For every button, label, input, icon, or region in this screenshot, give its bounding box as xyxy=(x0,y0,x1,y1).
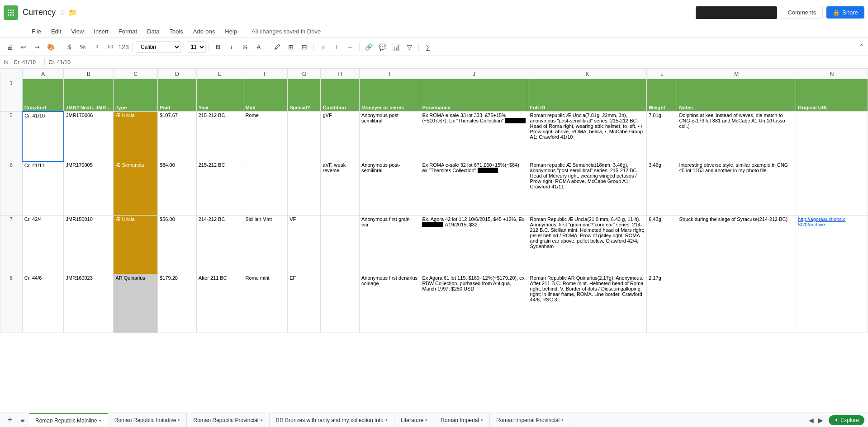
increase-decimal-button[interactable]: .00 xyxy=(104,41,116,53)
cell-f5[interactable]: Rome xyxy=(243,112,288,161)
col-header-D[interactable]: D xyxy=(158,69,197,79)
strikethrough-button[interactable]: S xyxy=(239,41,251,53)
sheet-tab-roman-republic-mainline[interactable]: Roman Republic Mainline ▾ xyxy=(29,413,108,427)
col-header-H[interactable]: H xyxy=(321,69,360,79)
header-cell-paid[interactable]: Paid xyxy=(158,79,197,112)
cell-b6[interactable]: JMR170005 xyxy=(64,161,114,216)
col-header-N[interactable]: N xyxy=(796,69,868,79)
cell-m6[interactable]: Interesting obverse style, similar examp… xyxy=(677,161,796,216)
cell-g8[interactable]: EF xyxy=(288,274,321,333)
chart-button[interactable]: 📊 xyxy=(389,41,402,53)
cell-e8[interactable]: After 211 BC xyxy=(196,274,243,333)
google-apps-icon[interactable] xyxy=(4,5,18,20)
menu-file[interactable]: File xyxy=(27,26,46,37)
col-header-G[interactable]: G xyxy=(288,69,321,79)
cell-h8[interactable] xyxy=(321,274,360,333)
col-header-K[interactable]: K xyxy=(528,69,647,79)
cell-n8[interactable] xyxy=(796,274,868,333)
cell-j8[interactable]: Ex Agora 61 lot 119, $160+12%(~$179.20),… xyxy=(420,274,528,333)
cell-d8[interactable]: $179.20 xyxy=(158,274,197,333)
cell-d5[interactable]: $107.67 xyxy=(158,112,197,161)
nav-right-arrow[interactable]: ▶ xyxy=(816,415,825,426)
menu-format[interactable]: Format xyxy=(114,26,142,37)
link-button[interactable]: 🔗 xyxy=(362,41,375,53)
menu-insert[interactable]: Insert xyxy=(89,26,113,37)
cell-j5[interactable]: Ex ROMA e-sale 33 lot 333, £75+15%(~$107… xyxy=(420,112,528,161)
cell-c5[interactable]: Æ Uncia xyxy=(114,112,158,161)
col-header-M[interactable]: M xyxy=(677,69,796,79)
text-color-button[interactable]: A xyxy=(252,41,265,53)
menu-data[interactable]: Data xyxy=(142,26,164,37)
collapse-toolbar-button[interactable]: ⌃ xyxy=(859,42,864,51)
cell-c7[interactable]: Æ Uncia xyxy=(114,216,158,274)
align-right-button[interactable]: ⊢ xyxy=(344,41,356,53)
col-header-I[interactable]: I xyxy=(360,69,420,79)
cell-i6[interactable]: Anonymous post-semilibral xyxy=(360,161,420,216)
cell-j7[interactable]: Ex. Agora 42 lot 112 10/6/2015, $45 +12%… xyxy=(420,216,528,274)
merge-button[interactable]: ⊟ xyxy=(298,41,311,53)
header-cell-special[interactable]: Special? xyxy=(288,79,321,112)
cell-b8[interactable]: JMR160023 xyxy=(64,274,114,333)
paint-format-button[interactable]: 🎨 xyxy=(44,41,57,53)
cell-m7[interactable]: Struck during the siege of Syracuse(214-… xyxy=(677,216,796,274)
cell-a7[interactable]: Cr. 42/4 xyxy=(22,216,64,274)
star-icon[interactable]: ☆ xyxy=(59,8,66,17)
header-cell-provenance[interactable]: Provenance xyxy=(420,79,528,112)
cell-c8[interactable]: AR Quinarius xyxy=(114,274,158,333)
cell-reference-input[interactable]: Cr. 41/10 xyxy=(14,59,41,66)
cell-l6[interactable]: 3.46g xyxy=(647,161,677,216)
cell-m8[interactable] xyxy=(677,274,796,333)
cell-f7[interactable]: Sicilian Mint xyxy=(243,216,288,274)
table-wrapper[interactable]: A B C D E F G H I J K L M N xyxy=(0,69,868,413)
comment-button[interactable]: 💬 xyxy=(376,41,389,53)
align-middle-button[interactable]: ⊥ xyxy=(330,41,343,53)
sheet-list-button[interactable]: ≡ xyxy=(16,414,29,427)
cell-a8[interactable]: Cr. 44/6 xyxy=(22,274,64,333)
function-button[interactable]: ∑ xyxy=(422,41,434,53)
explore-button[interactable]: ✦ Explore xyxy=(829,415,864,425)
cell-g6[interactable] xyxy=(288,161,321,216)
col-header-F[interactable]: F xyxy=(243,69,288,79)
sheet-tab-rr-bronzes[interactable]: RR Bronzes with rarity and my collection… xyxy=(270,413,394,427)
cell-h6[interactable]: aVF, weak reverse xyxy=(321,161,360,216)
cell-j6[interactable]: Ex ROMA e-sale 32 lot 671 £60+15%(~$84),… xyxy=(420,161,528,216)
cell-c6[interactable]: Æ Semuncia xyxy=(114,161,158,216)
comments-button[interactable]: Comments xyxy=(781,6,823,19)
header-cell-mint[interactable]: Mint xyxy=(243,79,288,112)
col-header-A[interactable]: A xyxy=(22,69,64,79)
folder-icon[interactable]: 📁 xyxy=(68,8,77,17)
cell-d6[interactable]: $84.00 xyxy=(158,161,197,216)
menu-view[interactable]: View xyxy=(66,26,88,37)
cell-b5[interactable]: JMR170006 xyxy=(64,112,114,161)
add-sheet-button[interactable]: + xyxy=(4,414,16,427)
cell-i8[interactable]: Anonymous first denarius coinage xyxy=(360,274,420,333)
header-cell-type[interactable]: Type xyxy=(114,79,158,112)
cell-l5[interactable]: 7.81g xyxy=(647,112,677,161)
cell-k5[interactable]: Roman republic Æ Uncia(7.81g, 22mm, 3h),… xyxy=(528,112,647,161)
borders-button[interactable]: ⊞ xyxy=(285,41,297,53)
percent-format-button[interactable]: % xyxy=(76,41,89,53)
undo-button[interactable]: ↩ xyxy=(17,41,30,53)
cell-g7[interactable]: VF xyxy=(288,216,321,274)
menu-help[interactable]: Help xyxy=(220,26,242,37)
cell-n6[interactable] xyxy=(796,161,868,216)
header-cell-moneyer[interactable]: Moneyer or series xyxy=(360,79,420,112)
redo-button[interactable]: ↪ xyxy=(31,41,43,53)
sheet-tab-literature[interactable]: Literature ▾ xyxy=(394,413,435,427)
col-header-B[interactable]: B xyxy=(64,69,114,79)
decrease-decimal-button[interactable]: .0 xyxy=(90,41,103,53)
nav-left-arrow[interactable]: ◀ xyxy=(807,415,816,426)
cell-k8[interactable]: Roman Republic AR Quinarius(2.17g). Anon… xyxy=(528,274,647,333)
cell-l7[interactable]: 6.43g xyxy=(647,216,677,274)
col-header-L[interactable]: L xyxy=(647,69,677,79)
col-header-C[interactable]: C xyxy=(114,69,158,79)
share-button[interactable]: 🔒 Share xyxy=(826,6,864,19)
cell-g5[interactable] xyxy=(288,112,321,161)
header-cell-weight[interactable]: Weight xyxy=(647,79,677,112)
menu-edit[interactable]: Edit xyxy=(47,26,66,37)
cell-h7[interactable] xyxy=(321,216,360,274)
cell-k7[interactable]: Roman Republic Æ Uncia(21.0 mm, 6.43 g, … xyxy=(528,216,647,274)
cell-e6[interactable]: 215-212 BC xyxy=(196,161,243,216)
cell-e5[interactable]: 215-212 BC xyxy=(196,112,243,161)
cell-l8[interactable]: 2.17g xyxy=(647,274,677,333)
